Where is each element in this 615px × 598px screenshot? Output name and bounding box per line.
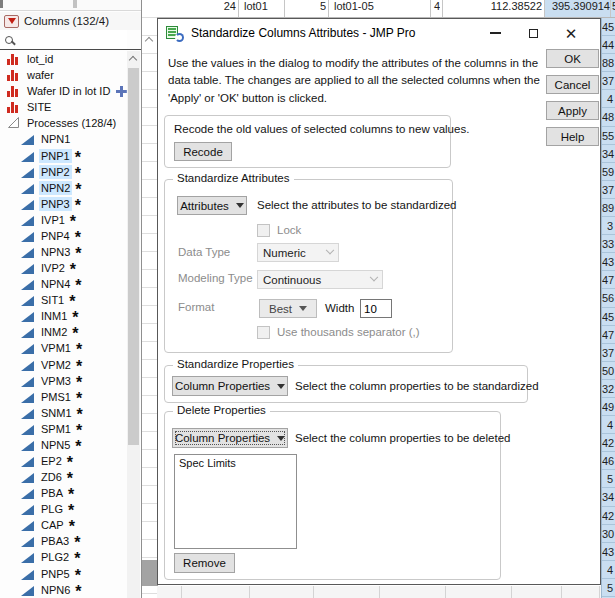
format-dropdown-button[interactable]: Best <box>259 299 317 318</box>
column-item-pnp2[interactable]: PNP2* <box>0 164 127 180</box>
column-item-zd6[interactable]: ZD6* <box>0 469 127 485</box>
column-item-vpm2[interactable]: VPM2* <box>0 356 127 372</box>
dialog-title-bar[interactable]: Standardize Columns Attributes - JMP Pro… <box>158 19 600 47</box>
column-item-npn3[interactable]: NPN3* <box>0 244 127 260</box>
column-item-spm1[interactable]: SPM1* <box>0 421 127 437</box>
column-item-pms1[interactable]: PMS1* <box>0 389 127 405</box>
scroll-up-icon[interactable] <box>129 56 137 64</box>
column-item-plg[interactable]: PLG* <box>0 501 127 517</box>
width-input[interactable] <box>360 299 392 318</box>
table-cell-partial[interactable]: 5 <box>602 470 615 488</box>
table-cell-partial[interactable]: 42 <box>602 507 615 525</box>
column-item-ivp1[interactable]: IVP1* <box>0 212 127 228</box>
column-item-ep2[interactable]: EP2* <box>0 453 127 469</box>
table-cell[interactable]: 112.38522 <box>448 0 542 18</box>
columns-scrollbar[interactable] <box>127 51 140 598</box>
red-disclosure-icon[interactable] <box>4 15 19 28</box>
table-cell-selected[interactable]: 59 <box>611 0 615 18</box>
apply-button[interactable]: Apply <box>546 101 599 120</box>
table-cell-partial[interactable]: 37 <box>602 344 615 362</box>
column-item-vpm1[interactable]: VPM1* <box>0 340 127 356</box>
column-item-npn1[interactable]: NPN1 <box>0 131 127 147</box>
scroll-up-icon[interactable] <box>145 37 153 45</box>
table-cell-partial[interactable]: 4 <box>602 561 615 579</box>
table-cell-partial[interactable]: 34 <box>602 145 615 163</box>
column-item-pnp5[interactable]: PNP5* <box>0 566 127 582</box>
column-item-npn6[interactable]: NPN6* <box>0 582 127 598</box>
table-cell-partial[interactable]: 46 <box>602 452 615 470</box>
data-type-select[interactable]: Numeric <box>257 243 339 262</box>
column-item-wafer[interactable]: wafer <box>0 67 127 83</box>
table-cell-partial[interactable]: 50 <box>602 362 615 380</box>
column-item-pba3[interactable]: PBA3* <box>0 533 127 549</box>
data-table-selected-column-sliver[interactable]: 4544883744855345937893334347564547375032… <box>601 18 615 598</box>
column-item-inm1[interactable]: INM1* <box>0 308 127 324</box>
table-cell-partial[interactable]: 32 <box>602 380 615 398</box>
table-cell-partial[interactable]: 34 <box>602 488 615 506</box>
cancel-button[interactable]: Cancel <box>546 75 599 94</box>
table-cell-partial[interactable]: 47 <box>602 271 615 289</box>
table-cell-partial[interactable]: 88 <box>602 54 615 72</box>
ok-button[interactable]: OK <box>546 49 599 68</box>
table-cell[interactable]: 5 <box>288 0 326 18</box>
table-cell-selected[interactable]: 395.390914 <box>545 0 610 18</box>
table-cell-partial[interactable]: 47 <box>602 326 615 344</box>
table-cell-partial[interactable]: 30 <box>602 525 615 543</box>
column-item-inm2[interactable]: INM2* <box>0 324 127 340</box>
table-cell-partial[interactable]: 4 <box>602 416 615 434</box>
modeling-type-select[interactable]: Continuous <box>257 270 383 289</box>
help-button[interactable]: Help <box>546 127 599 146</box>
list-item-spec-limits[interactable]: Spec Limits <box>175 455 296 471</box>
column-item-wafer-id-in-lot-id[interactable]: Wafer ID in lot ID <box>0 83 127 99</box>
panel-splitter-strip[interactable] <box>141 0 157 598</box>
table-cell-partial[interactable]: 3 <box>602 217 615 235</box>
column-item-npn4[interactable]: NPN4* <box>0 276 127 292</box>
table-cell-partial[interactable]: 37 <box>602 181 615 199</box>
column-item-pba[interactable]: PBA* <box>0 485 127 501</box>
column-item-processes-128-4-[interactable]: Processes (128/4) <box>0 115 127 131</box>
column-item-ivp2[interactable]: IVP2* <box>0 260 127 276</box>
table-cell-partial[interactable]: 33 <box>602 235 615 253</box>
table-cell[interactable]: 24 <box>150 0 236 18</box>
table-cell-partial[interactable]: 43 <box>602 543 615 561</box>
table-cell-partial[interactable]: 42 <box>602 434 615 452</box>
columns-search-input[interactable] <box>17 32 117 47</box>
table-cell-partial[interactable]: 45 <box>602 18 615 36</box>
table-cell-partial[interactable]: 43 <box>602 253 615 271</box>
remove-button[interactable]: Remove <box>174 553 235 573</box>
delete-properties-list[interactable]: Spec Limits <box>174 454 297 549</box>
table-cell-partial[interactable]: 56 <box>602 289 615 307</box>
column-item-lot-id[interactable]: lot_id <box>0 51 127 67</box>
column-item-sit1[interactable]: SIT1* <box>0 292 127 308</box>
column-item-snm1[interactable]: SNM1* <box>0 405 127 421</box>
delete-column-properties-dropdown[interactable]: Column Properties <box>172 428 288 448</box>
table-cell-partial[interactable]: 44 <box>602 36 615 54</box>
column-item-plg2[interactable]: PLG2* <box>0 549 127 565</box>
column-item-npn2[interactable]: NPN2* <box>0 180 127 196</box>
table-cell-partial[interactable]: 55 <box>602 127 615 145</box>
table-cell-partial[interactable]: 48 <box>602 108 615 126</box>
column-item-pnp1[interactable]: PNP1* <box>0 147 127 163</box>
scrollbar-thumb[interactable] <box>128 68 139 445</box>
maximize-button[interactable] <box>514 19 552 47</box>
lock-checkbox[interactable] <box>257 224 270 237</box>
table-cell-partial[interactable]: 59 <box>602 163 615 181</box>
table-cell-partial[interactable]: 4 <box>602 90 615 108</box>
close-button[interactable]: ✕ <box>552 19 590 47</box>
table-cell-partial[interactable]: 89 <box>602 199 615 217</box>
column-item-pnp3[interactable]: PNP3* <box>0 196 127 212</box>
column-item-pnp4[interactable]: PNP4* <box>0 228 127 244</box>
standardize-column-properties-dropdown[interactable]: Column Properties <box>172 376 288 396</box>
thousands-separator-checkbox[interactable] <box>257 326 270 339</box>
table-cell-partial[interactable]: 5 <box>602 579 615 597</box>
column-item-vpm3[interactable]: VPM3* <box>0 373 127 389</box>
column-item-site[interactable]: SITE <box>0 99 127 115</box>
table-cell-partial[interactable]: 37 <box>602 72 615 90</box>
minimize-button[interactable] <box>476 19 514 47</box>
table-cell-partial[interactable]: 49 <box>602 398 615 416</box>
attributes-dropdown-button[interactable]: Attributes <box>177 196 247 215</box>
table-cell-partial[interactable]: 45 <box>602 308 615 326</box>
column-item-npn5[interactable]: NPN5* <box>0 437 127 453</box>
recode-button[interactable]: Recode <box>174 142 232 161</box>
column-item-cap[interactable]: CAP* <box>0 517 127 533</box>
